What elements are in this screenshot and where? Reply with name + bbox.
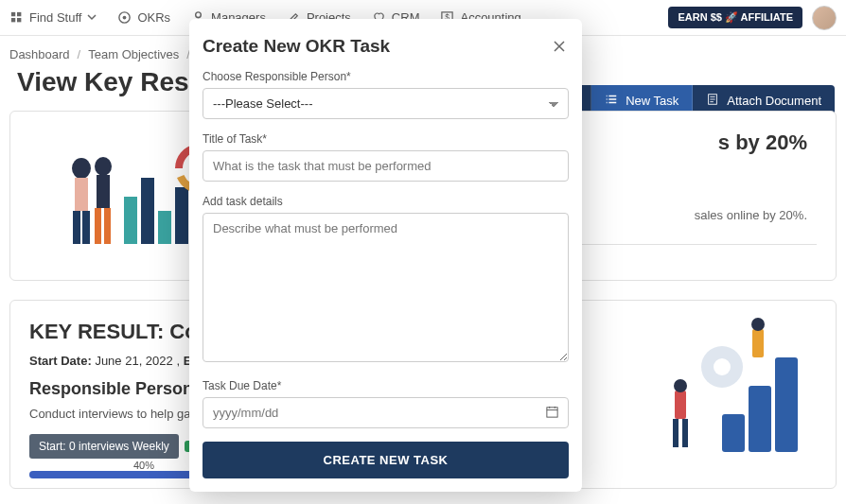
task-details-label: Add task details [203, 195, 569, 208]
close-icon[interactable] [550, 37, 569, 56]
task-title-input[interactable] [203, 150, 569, 182]
responsible-person-select[interactable]: ---Please Select--- [203, 88, 569, 119]
task-title-label: Title of Task* [203, 132, 569, 146]
modal-title: Create New OKR Task [203, 36, 390, 57]
create-task-modal: Create New OKR Task Choose Responsible P… [189, 19, 582, 492]
create-task-submit-button[interactable]: CREATE NEW TASK [203, 442, 569, 478]
svg-rect-36 [547, 408, 557, 417]
due-date-label: Task Due Date* [203, 379, 569, 392]
due-date-input[interactable] [203, 397, 569, 428]
task-details-textarea[interactable] [203, 213, 569, 362]
calendar-icon[interactable] [545, 405, 559, 423]
responsible-person-label: Choose Responsible Person* [203, 70, 569, 83]
